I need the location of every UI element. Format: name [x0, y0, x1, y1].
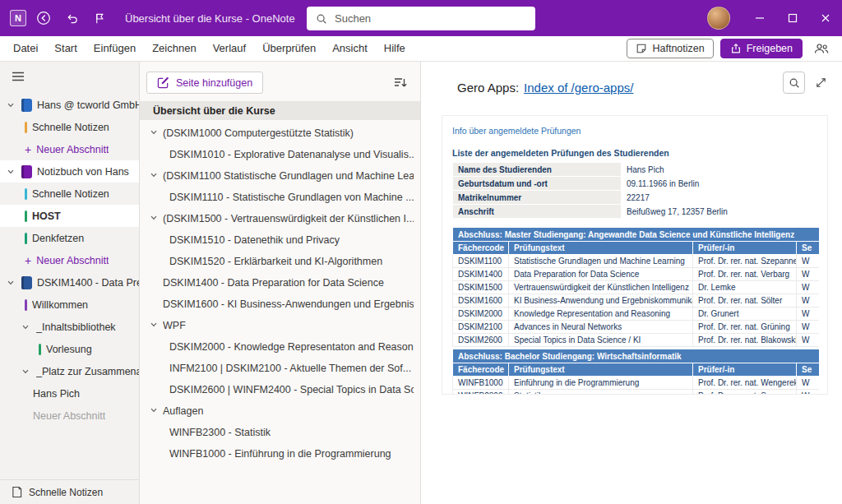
page-wpf[interactable]: WPF [140, 315, 420, 336]
page-dskim1010-explorative-datenanalyse-und-v[interactable]: DSKIM1010 - Explorative Datenanalyse und… [140, 144, 420, 165]
chevron-slot [150, 170, 160, 182]
share-icon [730, 43, 742, 54]
notebook-notizbuch-von-hans[interactable]: Notizbuch von Hans [0, 160, 139, 183]
menu-überprüfen[interactable]: Überprüfen [254, 36, 324, 61]
menu-start[interactable]: Start [46, 36, 85, 61]
page-dskim1500-vertrauenswürdigkeit-der-künst[interactable]: (DSKIM1500 - Vertrauenswürdigkeit der Kü… [140, 208, 420, 229]
page-dskim1520-erklärbarkeit-und-ki-algorithm[interactable]: DSKIM1520 - Erklärbarkeit und KI-Algorit… [140, 251, 420, 272]
sidebar-item-label: Hans Pich [33, 388, 80, 400]
chevron-down-icon[interactable] [21, 323, 31, 331]
chevron-down-icon[interactable] [150, 170, 158, 182]
menu-einfügen[interactable]: Einfügen [86, 36, 144, 61]
expand-button[interactable] [810, 72, 832, 94]
back-button[interactable] [33, 7, 54, 29]
exam-table-cell: W [797, 377, 820, 390]
page-search-button[interactable] [783, 72, 805, 94]
flag-button[interactable] [89, 7, 110, 29]
page-dskim2000-knowledge-representaton-and-re[interactable]: DSKIM2000 - Knowledge Representaton and … [140, 336, 420, 358]
minimize-button[interactable] [743, 0, 776, 36]
maximize-button[interactable] [776, 0, 809, 36]
page-dskim1400-data-preparation-for-data-scie[interactable]: DSKIM1400 - Data Preparation for Data Sc… [140, 272, 420, 294]
page-dskim2600-winfm2400-special-topics-in-da[interactable]: DSKIM2600 | WINFM2400 - Special Topics i… [140, 379, 420, 400]
page-winfb1000-einführung-in-die-programmieru[interactable]: WINFB1000 - Einführung in die Programmie… [140, 443, 420, 465]
section-color-bar [25, 233, 27, 244]
sidebar-item-platz-zur-zusammenar[interactable]: _Platz zur Zusammenar... [0, 360, 139, 382]
exam-table-cell: Data Preparation for Data Science [509, 268, 693, 281]
quick-notes-footer[interactable]: Schnelle Notizen [0, 479, 139, 504]
sidebar-item-label: Notizbuch von Hans [37, 166, 129, 178]
page-dskim1000-computergestützte-statistik[interactable]: (DSKIM1000 Computergestützte Statistik) [140, 123, 420, 144]
search-box[interactable]: Suchen [307, 7, 535, 30]
people-button[interactable] [809, 39, 834, 58]
titlebar-left: N Übersicht über die Kurse - OneNote [0, 7, 295, 29]
chevron-down-icon[interactable] [21, 368, 31, 376]
plus-icon: + [25, 144, 31, 155]
chevron-down-icon[interactable] [7, 168, 16, 176]
chevron-down-icon[interactable] [7, 279, 16, 287]
page-dskim1100-statistische-grundlagen-und-ma[interactable]: (DSKIM1100 Statistische Grundlagen und M… [140, 165, 420, 187]
onenote-window: N Übersicht über die Kurse - OneNote Suc… [0, 0, 842, 504]
sidebar-item-label: DSKIM1400 - Data Pre... [37, 277, 139, 289]
page-infm2100-dskim2100-aktuelle-themen-der-s[interactable]: INFM2100 | DSKIM2100 - Aktuelle Themen d… [140, 358, 420, 379]
info-value: Beifußweg 17, 12357 Berlin [622, 205, 817, 218]
menubar-right: Haftnotizen Freigeben [627, 39, 834, 58]
menubar: DateiStartEinfügenZeichnenVerlaufÜberprü… [0, 36, 842, 62]
plus-icon: + [25, 255, 31, 266]
close-button[interactable] [809, 0, 842, 36]
pages-list: Übersicht über die Kurse(DSKIM1000 Compu… [140, 101, 420, 465]
menu-verlauf[interactable]: Verlauf [205, 36, 254, 61]
chevron-down-icon[interactable] [150, 213, 158, 224]
info-link[interactable]: Info über angemeldete Prüfungen [452, 126, 817, 136]
page-dskim1110-statistische-grundlagen-von-ma[interactable]: DSKIM1110 - Statistische Grundlagen von … [140, 187, 420, 208]
embedded-content: Info über angemeldete Prüfungen Liste de… [442, 115, 828, 395]
close-icon [821, 13, 830, 23]
page-dskim1600-ki-business-anwendungen-und-er[interactable]: DSKIM1600 - KI Business-Anwendungen und … [140, 294, 420, 315]
chevron-down-icon[interactable] [150, 127, 158, 139]
menu-datei[interactable]: Datei [5, 36, 46, 61]
sidebar-item-denkfetzen[interactable]: Denkfetzen [0, 227, 139, 249]
chevron-down-icon[interactable] [7, 101, 16, 109]
sidebar-item-label: Schnelle Notizen [32, 188, 109, 200]
sidebar-item-hans-pich[interactable]: Hans Pich [0, 382, 139, 405]
add-page-button[interactable]: Seite hinzufügen [146, 72, 263, 94]
menu-ansicht[interactable]: Ansicht [324, 36, 376, 61]
student-info-row: Matrikelnummer22217 [453, 191, 817, 204]
onenote-app-icon[interactable]: N [10, 10, 26, 26]
exam-table-cell: WINFB2300 [453, 390, 509, 395]
page-übersicht-über-die-kurse[interactable]: Übersicht über die Kurse [140, 101, 420, 120]
menu-hilfe[interactable]: Hilfe [376, 36, 414, 61]
share-button[interactable]: Freigeben [720, 39, 803, 58]
page-winfb2300-statistik[interactable]: WINFB2300 - Statistik [140, 422, 420, 443]
sticky-notes-button[interactable]: Haftnotizen [627, 39, 713, 58]
avatar[interactable] [707, 7, 730, 30]
chevron-down-icon[interactable] [150, 320, 158, 331]
notebook-dskim1400-data-pre[interactable]: DSKIM1400 - Data Pre... [0, 271, 139, 294]
student-info-row: Geburtsdatum und -ort09.11.1966 in Berli… [453, 177, 817, 190]
search-icon [789, 77, 800, 89]
section-color-bar [39, 344, 41, 355]
sort-button[interactable] [391, 75, 409, 90]
column-header: Fächercode [453, 363, 509, 377]
chevron-down-icon[interactable] [150, 405, 158, 417]
sidebar-item-neuer-abschnitt[interactable]: +Neuer Abschnitt [0, 138, 139, 160]
undo-button[interactable] [61, 7, 82, 29]
page-auflagen[interactable]: Auflagen [140, 400, 420, 422]
notebook-hans-tcworld-gmbh[interactable]: Hans @ tcworld GmbH [0, 94, 139, 116]
sidebar-item-schnelle-notizen[interactable]: Schnelle Notizen [0, 116, 139, 138]
info-value: Hans Pich [622, 163, 817, 176]
page-title: DSKIM2600 | WINFM2400 - Special Topics i… [169, 384, 414, 395]
page-dskim1510-datenethik-und-privacy[interactable]: DSKIM1510 - Datenethik und Privacy [140, 229, 420, 251]
sidebar-item-neuer-abschnitt[interactable]: +Neuer Abschnitt [0, 249, 139, 271]
gero-apps-link[interactable]: Index of /gero-apps/ [524, 81, 633, 95]
exam-table-cell: W [797, 294, 820, 307]
exam-table-cell: DSKIM2100 [453, 321, 509, 334]
sidebar-item-willkommen[interactable]: Willkommen [0, 294, 139, 316]
hamburger-menu-button[interactable] [0, 62, 25, 90]
sidebar-item-host[interactable]: HOST [0, 205, 139, 227]
sidebar-item-schnelle-notizen[interactable]: Schnelle Notizen [0, 183, 139, 205]
exam-table-cell: KI Business-Anwendung und Ergebniskommun… [509, 294, 693, 307]
sidebar-item-inhaltsbibliothek[interactable]: _Inhaltsbibliothek [0, 316, 139, 338]
menu-zeichnen[interactable]: Zeichnen [144, 36, 204, 61]
sidebar-item-vorlesung[interactable]: Vorlesung [0, 338, 139, 360]
exam-table-cell: Special Topics in Data Science / KI [509, 334, 693, 347]
